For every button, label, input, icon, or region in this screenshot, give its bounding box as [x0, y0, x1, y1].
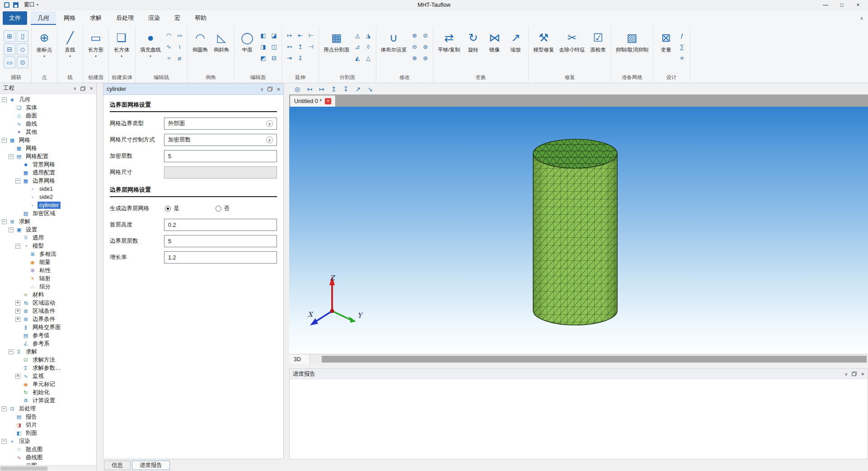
- menu-tab-file[interactable]: 文件: [3, 11, 27, 25]
- tree-item-monitor[interactable]: +∿监视: [0, 372, 96, 380]
- translate-copy-button[interactable]: ⇄平移/复制: [436, 28, 462, 53]
- tree-item-contour-plot[interactable]: ◔云图: [0, 462, 96, 465]
- collapse-toggle-icon[interactable]: −: [9, 227, 14, 232]
- view-left-button[interactable]: ↤: [307, 85, 312, 93]
- collapse-toggle-icon[interactable]: −: [9, 349, 14, 354]
- view-top-button[interactable]: ↥: [331, 85, 337, 93]
- tree-item-material[interactable]: ≡材料: [0, 291, 96, 299]
- extend-tool-6-button[interactable]: ↧: [296, 53, 305, 63]
- menu-tab-post-process[interactable]: 后处理: [109, 11, 141, 25]
- generate-boundary-layer-radio-no[interactable]: 否: [216, 205, 230, 212]
- tree-item-multiphase[interactable]: ≣多相流: [0, 250, 96, 258]
- tree-item-render-root[interactable]: −◗渲染: [0, 437, 96, 445]
- expand-toggle-icon[interactable]: +: [15, 309, 20, 314]
- suppress-unsuppress-button[interactable]: ▨抑制/取消抑制: [614, 28, 650, 53]
- capture-tool-5-button[interactable]: ◇: [17, 43, 28, 55]
- model-repair-button[interactable]: ⚒模型修复: [531, 28, 556, 53]
- view-iso-ne-button[interactable]: ↗: [355, 85, 361, 93]
- tree-item-general-config[interactable]: ▦通用配置: [0, 169, 96, 177]
- refine-layers-input[interactable]: 5: [164, 150, 277, 162]
- tree-item-side2[interactable]: ▫side2: [0, 193, 96, 201]
- menu-tab-help[interactable]: 帮助: [188, 11, 213, 25]
- modify-tool-3-button[interactable]: ⊗: [410, 53, 419, 63]
- tree-item-solution-params[interactable]: Σ求解参数…: [0, 364, 96, 372]
- split-face-tool-5-button[interactable]: ◊: [364, 42, 373, 52]
- menu-tab-render[interactable]: 渲染: [141, 11, 167, 25]
- first-layer-height-input[interactable]: 0.2: [164, 219, 277, 231]
- split-face-by-point-button[interactable]: ▦用点分割面: [322, 28, 352, 53]
- save-icon[interactable]: [13, 2, 19, 8]
- straight-line-button[interactable]: ╱直线▾: [60, 28, 80, 58]
- window-menu[interactable]: 窗口 ▾: [22, 1, 40, 9]
- view-bottom-button[interactable]: ↧: [343, 85, 348, 93]
- tree-item-cell-mark[interactable]: ◉单元标记: [0, 380, 96, 388]
- tree-item-slice[interactable]: ◨切片: [0, 421, 96, 429]
- edit-face-tool-4-button[interactable]: ◪: [269, 30, 279, 40]
- tree-item-radiation[interactable]: ☀辐射: [0, 274, 96, 283]
- close-tab-icon[interactable]: ×: [325, 98, 331, 104]
- scrollbar-thumb[interactable]: [322, 356, 867, 363]
- tree-item-reference-values[interactable]: ▤参考值: [0, 331, 96, 339]
- tree-item-other[interactable]: ✦其他: [0, 128, 96, 136]
- rotate-button[interactable]: ↻旋转: [463, 28, 483, 53]
- tree-item-region-motion[interactable]: +⇆区域运动: [0, 299, 96, 307]
- edit-face-tool-3-button[interactable]: ◩: [258, 53, 268, 63]
- pin-icon[interactable]: [267, 87, 272, 91]
- view-right-button[interactable]: ↦: [319, 85, 324, 93]
- tree-item-region-conditions[interactable]: +⊞区域条件: [0, 307, 96, 315]
- design-tool-2-button[interactable]: ∑: [677, 42, 687, 52]
- maximize-button[interactable]: □: [834, 0, 850, 9]
- tree-item-solve[interactable]: −Σ求解: [0, 348, 96, 356]
- edit-line-tool-4-button[interactable]: ∾: [175, 30, 184, 40]
- split-face-tool-3-button[interactable]: ◭: [353, 53, 362, 63]
- tree-item-mesh-interface[interactable]: ∦网格交界面: [0, 323, 96, 331]
- tree-item-section[interactable]: ◧剖面: [0, 429, 96, 437]
- tree-item-energy[interactable]: ◉能量: [0, 258, 96, 266]
- chevron-down-icon[interactable]: ∨: [73, 86, 76, 91]
- capture-tool-1-button[interactable]: ⊞: [4, 30, 15, 42]
- split-face-tool-1-button[interactable]: ◬: [353, 30, 362, 40]
- tree-item-refine-region[interactable]: ▧加密区域: [0, 209, 96, 217]
- close-icon[interactable]: ×: [277, 86, 280, 93]
- split-face-tool-4-button[interactable]: ◮: [364, 30, 373, 40]
- tree-item-mesh-config[interactable]: −▤网格配置: [0, 152, 96, 160]
- tree-item-mesh[interactable]: ▦网格: [0, 144, 96, 152]
- bottom-tab-info[interactable]: 信息: [104, 461, 131, 470]
- panel-splitter[interactable]: [289, 364, 868, 368]
- collapse-toggle-icon[interactable]: −: [9, 154, 14, 159]
- extend-tool-5-button[interactable]: ↥: [296, 42, 305, 52]
- close-button[interactable]: ×: [850, 0, 866, 9]
- edit-face-tool-5-button[interactable]: ◫: [269, 42, 279, 52]
- close-icon[interactable]: ×: [861, 371, 864, 377]
- boolean-operation-button[interactable]: ∪体布尔运算: [379, 28, 409, 53]
- tree-item-general[interactable]: ⠿通用: [0, 234, 96, 242]
- menu-tab-macro[interactable]: 宏: [168, 11, 187, 25]
- minimize-button[interactable]: —: [817, 0, 834, 9]
- modify-tool-1-button[interactable]: ⊕: [410, 30, 419, 40]
- mirror-button[interactable]: ⋈镜像: [484, 28, 504, 53]
- tree-item-solution-method[interactable]: ☑求解方法: [0, 356, 96, 364]
- view-iso-sw-button[interactable]: ↘: [367, 85, 373, 93]
- tree-item-curve-plot[interactable]: ∿曲线图: [0, 453, 96, 462]
- extend-tool-7-button[interactable]: ⊢: [306, 30, 316, 40]
- edit-face-tool-2-button[interactable]: ◨: [258, 42, 268, 52]
- tree-item-curve[interactable]: ∿曲线: [0, 120, 96, 128]
- extend-tool-8-button[interactable]: ⊣: [306, 42, 316, 52]
- generate-boundary-layer-radio-yes[interactable]: 是: [165, 205, 179, 212]
- float-icon[interactable]: [80, 86, 85, 91]
- tree-item-solid[interactable]: ❏实体: [0, 104, 96, 112]
- tree-item-geometry[interactable]: −◈几何: [0, 95, 96, 104]
- menu-tab-mesh[interactable]: 网格: [57, 11, 82, 25]
- menu-tab-geometry[interactable]: 几何: [31, 11, 56, 25]
- tree-item-calc-settings[interactable]: ⚙计算设置: [0, 396, 96, 405]
- chevron-down-icon[interactable]: ∨: [845, 372, 848, 377]
- tree-item-solve-root[interactable]: −⊞求解: [0, 217, 96, 226]
- tree-item-boundary-conditions[interactable]: +⊞边界条件: [0, 315, 96, 323]
- edit-line-tool-5-button[interactable]: ≀: [175, 42, 184, 52]
- capture-tool-4-button[interactable]: ▯: [17, 30, 28, 42]
- mid-surface-button[interactable]: ◯中面: [237, 28, 257, 53]
- tree-item-cylinder[interactable]: ▫cylinder: [0, 201, 96, 209]
- growth-rate-input[interactable]: 1.2: [164, 251, 277, 264]
- tree-item-post-root[interactable]: −⊡后处理: [0, 405, 96, 413]
- face-check-button[interactable]: ☑面检查: [588, 28, 608, 53]
